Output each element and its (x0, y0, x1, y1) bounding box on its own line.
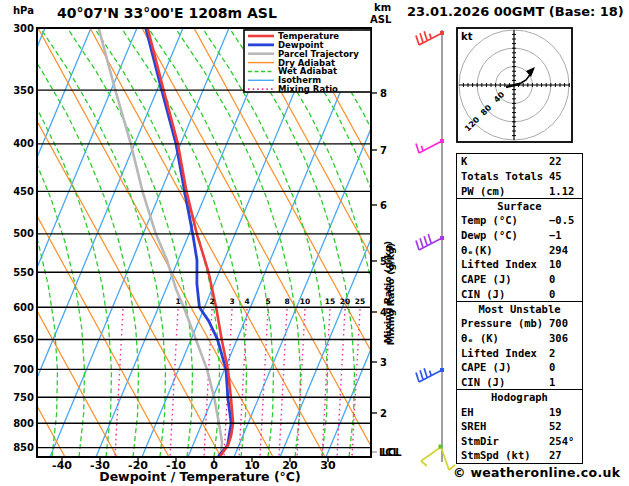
indices-row-value: 294 (549, 243, 568, 258)
indices-row-label: θₑ(K) (461, 243, 493, 258)
indices-row-label: CIN (J) (461, 287, 505, 302)
indices-row-label: Lifted Index (461, 346, 537, 361)
legend-label: Mixing Ratio (278, 84, 338, 94)
barb-dot (440, 236, 444, 240)
indices-row-label: Lifted Index (461, 257, 537, 272)
indices-row-label: StmSpd (kt) (461, 448, 531, 463)
indices-row: Totals Totals45 (457, 169, 582, 184)
indices-row-label: SREH (461, 419, 486, 434)
x-axis-title: Dewpoint / Temperature (°C) (99, 469, 300, 484)
indices-row-value: 2 (549, 346, 555, 361)
km-tick-label: 8 (380, 88, 387, 99)
mixing-ratio-value-label: 2 (209, 297, 214, 306)
mixing-ratio-value-label: 20 (340, 297, 350, 306)
indices-row-label: K (461, 154, 467, 169)
indices-section-title: Surface (457, 199, 582, 214)
pressure-tick-label: 850 (13, 442, 34, 453)
indices-row: EH19 (457, 405, 582, 420)
km-unit-label: km (374, 2, 391, 13)
indices-row-label: Temp (°C) (461, 213, 518, 228)
indices-section-title: Most Unstable (457, 302, 582, 317)
indices-row: θₑ (K)306 (457, 331, 582, 346)
pressure-tick-label: 650 (13, 334, 34, 345)
indices-row-value: 22 (549, 154, 562, 169)
lcl-label: LCL (379, 447, 400, 458)
mixing-ratio-value-label: 10 (300, 297, 310, 306)
mixing-ratio-value-label: 1 (175, 297, 180, 306)
indices-row-value: 0 (549, 287, 555, 302)
indices-row-value: −0.5 (549, 213, 574, 228)
date-title: 23.01.2026 00GMT (Base: 18) (407, 4, 624, 19)
indices-row: Lifted Index10 (457, 257, 582, 272)
pressure-tick-label: 500 (13, 228, 34, 239)
indices-row-value: 700 (549, 316, 568, 331)
chart-title: 40°07'N 33°00'E 1208m ASL (57, 5, 277, 21)
km-tick-label: 3 (380, 357, 387, 368)
barb-dot (440, 31, 444, 35)
hodograph-unit-label: kt (461, 31, 473, 42)
indices-row: Temp (°C)−0.5 (457, 213, 582, 228)
indices-section: SurfaceTemp (°C)−0.5Dewp (°C)−1θₑ(K)294L… (456, 198, 583, 302)
mixing-ratio-value-label: 15 (325, 297, 335, 306)
indices-row-value: 19 (549, 405, 562, 420)
mixing-axis-label: Mixing Ratio (g/kg) (382, 241, 393, 343)
temp-tick-label: -40 (52, 459, 72, 472)
indices-row-label: CAPE (J) (461, 360, 512, 375)
indices-row: PW (cm)1.12 (457, 184, 582, 199)
pressure-tick-label: 800 (13, 418, 34, 429)
hodograph: kt4080120 (457, 28, 572, 142)
indices-row-value: 1.12 (549, 184, 574, 199)
pressure-tick-label: 550 (13, 267, 34, 278)
barb-dot (440, 139, 444, 143)
pressure-tick-label: 750 (13, 392, 34, 403)
indices-row: CAPE (J)0 (457, 272, 582, 287)
indices-row: StmSpd (kt)27 (457, 448, 582, 463)
indices-row-label: θₑ (K) (461, 331, 499, 346)
mixing-ratio-value-label: 25 (355, 297, 365, 306)
skewt-sounding-page: 12345810152025hPa30035040045050055060065… (0, 0, 629, 486)
indices-row: θₑ(K)294 (457, 243, 582, 258)
indices-row-value: 254° (549, 434, 574, 449)
indices-row: StmDir254° (457, 434, 582, 449)
pressure-tick-label: 700 (13, 364, 34, 375)
indices-section: K22Totals Totals45PW (cm)1.12 (456, 153, 583, 199)
pressure-tick-label: 300 (13, 23, 34, 34)
indices-row-value: 1 (549, 375, 555, 390)
km-tick-label: 7 (380, 145, 387, 156)
mixing-ratio-value-label: 3 (229, 297, 234, 306)
mixing-ratio-value-label: 5 (265, 297, 270, 306)
indices-row-value: 0 (549, 272, 555, 287)
barb-dot (440, 368, 444, 372)
indices-row-label: EH (461, 405, 474, 420)
mixing-ratio-value-label: 4 (244, 297, 249, 306)
indices-section: Most UnstablePressure (mb)700θₑ (K)306Li… (456, 301, 583, 391)
indices-section-title: Hodograph (457, 390, 582, 405)
indices-row-value: 10 (549, 257, 562, 272)
indices-row: SREH52 (457, 419, 582, 434)
indices-row: CIN (J)0 (457, 287, 582, 302)
indices-row-value: 27 (549, 448, 562, 463)
indices-row: Pressure (mb)700 (457, 316, 582, 331)
indices-row-label: CAPE (J) (461, 272, 512, 287)
indices-row-value: 0 (549, 360, 555, 375)
indices-row: Dewp (°C)−1 (457, 228, 582, 243)
indices-row-value: 306 (549, 331, 568, 346)
temp-tick-label: 30 (320, 459, 336, 472)
indices-row-label: Dewp (°C) (461, 228, 518, 243)
indices-row-label: CIN (J) (461, 375, 505, 390)
pressure-unit-label: hPa (13, 5, 34, 16)
barb-dot (439, 445, 443, 449)
asl-unit-label: ASL (370, 14, 392, 25)
indices-section: HodographEH19SREH52StmDir254°StmSpd (kt)… (456, 389, 583, 464)
pressure-tick-label: 600 (13, 302, 34, 313)
pressure-tick-label: 450 (13, 186, 34, 197)
indices-row-label: PW (cm) (461, 184, 505, 199)
km-tick-label: 6 (380, 200, 387, 211)
indices-row-value: −1 (549, 228, 562, 243)
indices-row-label: Totals Totals (461, 169, 543, 184)
indices-row: CAPE (J)0 (457, 360, 582, 375)
indices-table: K22Totals Totals45PW (cm)1.12SurfaceTemp… (456, 155, 583, 464)
credit-text: © weatheronline.co.uk (453, 465, 620, 480)
km-tick-label: 2 (380, 408, 387, 419)
indices-row-label: StmDir (461, 434, 499, 449)
